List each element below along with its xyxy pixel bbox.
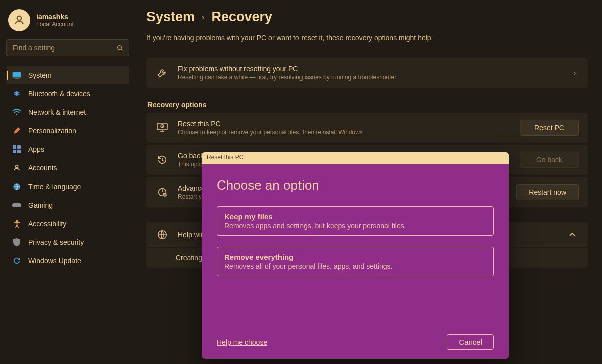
section-recovery-options: Recovery options	[147, 101, 588, 109]
option-remove-everything[interactable]: Remove everything Removes all of your pe…	[217, 247, 494, 276]
update-icon	[12, 256, 21, 265]
sidebar-item-privacy[interactable]: Privacy & security	[6, 233, 129, 251]
option-subtitle: Removes apps and settings, but keeps you…	[224, 222, 486, 230]
dialog-heading: Choose an option	[217, 177, 494, 193]
search-icon	[116, 44, 124, 52]
sidebar-item-label: Privacy & security	[28, 238, 84, 246]
page-subtitle: If you're having problems with your PC o…	[146, 34, 588, 42]
card-title: Reset this PC	[178, 120, 511, 128]
sidebar-item-gaming[interactable]: Gaming	[6, 196, 129, 214]
svg-point-9	[15, 165, 18, 168]
sidebar-item-label: Gaming	[28, 201, 53, 209]
svg-rect-7	[13, 150, 16, 153]
profile-block[interactable]: iamashks Local Account	[6, 6, 129, 36]
svg-point-4	[16, 114, 18, 115]
shield-icon	[12, 238, 21, 247]
sidebar-item-update[interactable]: Windows Update	[6, 252, 129, 270]
fix-problems-card[interactable]: Fix problems without resetting your PC R…	[146, 58, 588, 88]
profile-name: iamashks	[36, 13, 74, 21]
gaming-icon	[12, 201, 21, 210]
profile-subtitle: Local Account	[36, 21, 74, 28]
sidebar-item-label: Accounts	[28, 164, 57, 172]
sidebar-item-label: Bluetooth & devices	[28, 90, 90, 98]
sidebar-item-system[interactable]: System	[6, 66, 129, 84]
sidebar: iamashks Local Account System ✱ Bluetoot…	[0, 0, 135, 364]
person-icon	[13, 14, 25, 26]
sidebar-item-label: Apps	[28, 145, 44, 153]
reset-pc-dialog: Reset this PC Choose an option Keep my f…	[202, 152, 509, 359]
help-me-choose-link[interactable]: Help me choose	[217, 338, 267, 346]
network-icon	[12, 108, 21, 117]
sidebar-item-bluetooth[interactable]: ✱ Bluetooth & devices	[6, 85, 129, 103]
sidebar-item-apps[interactable]: Apps	[6, 140, 129, 158]
svg-rect-5	[13, 145, 16, 149]
bluetooth-icon: ✱	[12, 89, 21, 98]
restart-now-button[interactable]: Restart now	[516, 184, 579, 200]
power-gear-icon	[156, 187, 169, 198]
svg-rect-11	[12, 203, 21, 207]
sidebar-item-label: Personalization	[28, 127, 76, 135]
accessibility-icon	[12, 219, 21, 228]
svg-rect-2	[13, 72, 21, 78]
history-icon	[156, 154, 169, 165]
personalization-icon	[12, 126, 21, 135]
wrench-icon	[156, 67, 169, 78]
sidebar-item-label: System	[28, 71, 52, 79]
globe-icon	[12, 182, 21, 191]
option-subtitle: Removes all of your personal files, apps…	[224, 262, 486, 270]
breadcrumb-parent[interactable]: System	[146, 9, 195, 25]
svg-point-0	[17, 16, 21, 20]
sidebar-item-time[interactable]: Time & language	[6, 177, 129, 196]
system-icon	[12, 71, 21, 80]
svg-point-1	[118, 46, 122, 50]
option-title: Keep my files	[224, 212, 486, 221]
reset-pc-card: Reset this PC Choose to keep or remove y…	[146, 113, 588, 143]
card-title: Fix problems without resetting your PC	[178, 65, 562, 73]
sidebar-nav: System ✱ Bluetooth & devices Network & i…	[6, 66, 129, 270]
search-box[interactable]	[6, 39, 129, 56]
help-globe-icon	[156, 229, 169, 240]
sidebar-item-label: Accessibility	[28, 220, 66, 228]
svg-rect-6	[17, 145, 21, 149]
search-input[interactable]	[13, 44, 112, 52]
svg-point-12	[16, 220, 18, 222]
svg-rect-8	[17, 150, 21, 153]
card-subtitle: Choose to keep or remove your personal f…	[178, 129, 511, 136]
sidebar-item-network[interactable]: Network & internet	[6, 103, 129, 121]
option-title: Remove everything	[224, 253, 486, 261]
reset-pc-button[interactable]: Reset PC	[520, 120, 579, 136]
svg-rect-3	[15, 78, 19, 79]
avatar	[8, 9, 30, 31]
card-subtitle: Resetting can take a while — first, try …	[178, 74, 562, 81]
sidebar-item-accounts[interactable]: Accounts	[6, 159, 129, 177]
chevron-right-icon: ›	[202, 13, 204, 22]
sidebar-item-label: Time & language	[28, 183, 81, 191]
go-back-button[interactable]: Go back	[520, 152, 579, 168]
sidebar-item-personalization[interactable]: Personalization	[6, 122, 129, 140]
chevron-up-icon	[566, 232, 579, 237]
sidebar-item-label: Windows Update	[28, 257, 81, 265]
option-keep-files[interactable]: Keep my files Removes apps and settings,…	[217, 206, 494, 236]
apps-icon	[12, 145, 21, 154]
chevron-right-icon: ›	[571, 69, 579, 77]
sidebar-item-accessibility[interactable]: Accessibility	[6, 215, 129, 233]
dialog-title-bar: Reset this PC	[202, 152, 509, 164]
breadcrumb: System › Recovery	[146, 9, 588, 25]
breadcrumb-current: Recovery	[211, 9, 272, 25]
monitor-refresh-icon	[156, 123, 169, 133]
cancel-button[interactable]: Cancel	[447, 334, 494, 350]
sidebar-item-label: Network & internet	[28, 108, 86, 116]
accounts-icon	[12, 163, 21, 172]
